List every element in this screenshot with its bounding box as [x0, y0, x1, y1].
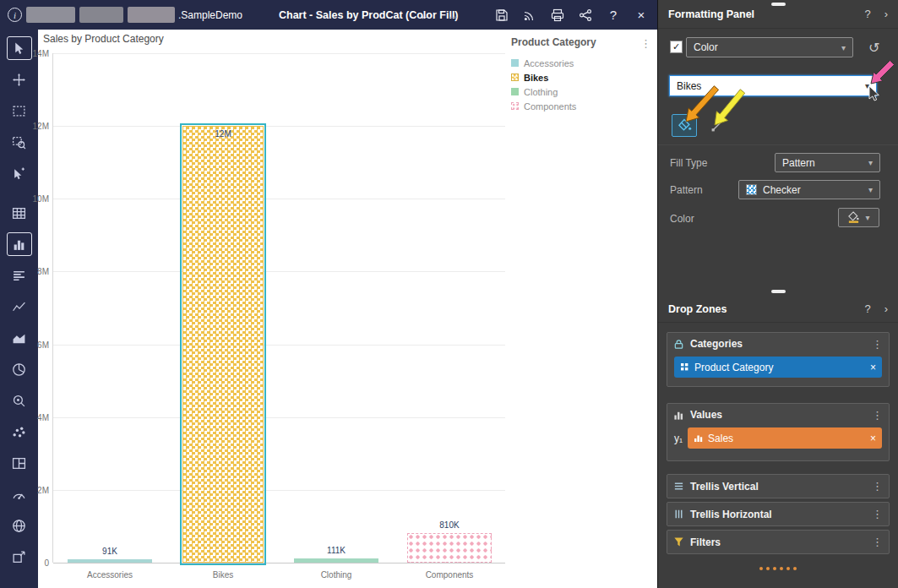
- x-category-label: Bikes: [166, 570, 280, 580]
- pan-tool-icon[interactable]: [7, 68, 32, 91]
- reset-property-icon[interactable]: ↺: [868, 40, 879, 56]
- collapse-panel-icon[interactable]: ›: [884, 302, 888, 315]
- drop-zone-trellis-vertical[interactable]: Trellis Vertical ⋮: [667, 474, 890, 498]
- line-style-button[interactable]: [705, 114, 730, 137]
- print-icon[interactable]: [550, 8, 565, 23]
- zone-menu-icon[interactable]: ⋮: [872, 409, 883, 422]
- x-category-label: Clothing: [280, 570, 393, 580]
- trellis-horizontal-icon: [673, 509, 684, 520]
- property-checkbox[interactable]: ✓: [670, 41, 683, 53]
- drop-zones-header: Drop Zones ?›: [658, 296, 898, 323]
- line-chart-visual-icon[interactable]: [7, 295, 32, 318]
- y-tick: 14M: [18, 49, 49, 58]
- drop-zone-categories[interactable]: Categories ⋮ Product Category ×: [667, 332, 890, 387]
- data-point-select-tool-icon[interactable]: [7, 161, 32, 185]
- back-icon[interactable]: ←: [417, 8, 433, 23]
- pen-line-icon: [710, 118, 725, 133]
- fill-color-picker[interactable]: ▾: [838, 208, 879, 227]
- chart-plot-area: 14M 12M 10M 8M 6M 4M 2M 0 91K 12M 111K 8…: [52, 53, 505, 563]
- gridline: 2M: [53, 490, 505, 491]
- property-dropdown[interactable]: Color ▾: [686, 37, 853, 57]
- bar-value-label: 111K: [280, 546, 393, 555]
- close-icon[interactable]: ×: [634, 8, 649, 23]
- panel-drag-handle[interactable]: [771, 290, 786, 293]
- gridline: 12M: [53, 126, 505, 127]
- checker-pattern-icon: [746, 184, 757, 195]
- legend-item-bikes[interactable]: Bikes: [511, 70, 655, 84]
- y-tick: 12M: [18, 122, 49, 131]
- legend-item-clothing[interactable]: Clothing: [511, 84, 655, 99]
- pattern-dropdown[interactable]: Checker ▾: [738, 180, 880, 199]
- left-toolbar: [0, 30, 38, 588]
- y-tick: 10M: [18, 194, 49, 204]
- pill-product-category[interactable]: Product Category ×: [674, 357, 882, 378]
- gridline: 6M: [53, 345, 505, 346]
- chevron-down-icon: ▾: [841, 43, 846, 52]
- help-icon[interactable]: ?: [864, 8, 870, 20]
- bar-value-label: 12M: [166, 129, 280, 139]
- zone-menu-icon[interactable]: ⋮: [872, 508, 883, 520]
- fill-type-button[interactable]: [672, 114, 697, 137]
- pill-sales[interactable]: Sales ×: [688, 427, 882, 449]
- chevron-down-icon: ▾: [868, 158, 873, 167]
- drop-zone-filters[interactable]: Filters ⋮: [667, 530, 890, 554]
- measure-bars-icon: [694, 433, 703, 443]
- bar-clothing[interactable]: [294, 558, 378, 563]
- legend-item-accessories[interactable]: Accessories: [511, 56, 655, 70]
- series-selector-dropdown[interactable]: Bikes ▾: [669, 75, 877, 96]
- zoom-chart-visual-icon[interactable]: [7, 389, 32, 412]
- save-icon[interactable]: [494, 8, 509, 23]
- table-visual-icon[interactable]: [7, 201, 32, 225]
- treemap-visual-icon[interactable]: [7, 451, 32, 475]
- share-icon[interactable]: [578, 8, 593, 23]
- remove-icon[interactable]: ×: [870, 362, 876, 373]
- topbar-actions: ← → ? ×: [417, 0, 649, 30]
- forward-icon[interactable]: →: [445, 8, 460, 23]
- chart-legend: Product Category ⋮ Accessories Bikes Clo…: [511, 36, 655, 113]
- zone-menu-icon[interactable]: ⋮: [872, 338, 883, 351]
- zone-menu-icon[interactable]: ⋮: [872, 480, 883, 493]
- breadcrumb-context: .SampleDemo: [178, 9, 242, 21]
- legend-menu-icon[interactable]: ⋮: [640, 37, 651, 50]
- pie-chart-visual-icon[interactable]: [7, 357, 32, 381]
- zoom-select-tool-icon[interactable]: [7, 130, 32, 154]
- marquee-select-tool-icon[interactable]: [7, 99, 32, 122]
- legend-item-components[interactable]: Components: [511, 99, 655, 113]
- bar-accessories[interactable]: [68, 559, 152, 563]
- chart-title: Sales by Product Category: [43, 33, 164, 45]
- bar-components[interactable]: [407, 533, 492, 563]
- color-label: Color: [670, 213, 694, 225]
- y-tick: 4M: [18, 413, 49, 422]
- rss-icon[interactable]: [522, 8, 537, 23]
- values-icon: [673, 410, 684, 421]
- y-tick: 8M: [18, 267, 49, 276]
- gridline: 10M: [53, 199, 505, 199]
- collapse-panel-icon[interactable]: ›: [884, 8, 888, 20]
- paint-bucket-icon: [678, 118, 692, 133]
- help-icon[interactable]: ?: [864, 302, 870, 315]
- formatting-panel-header: Formatting Panel ?›: [658, 0, 898, 29]
- scatter-visual-icon[interactable]: [7, 420, 32, 444]
- redacted-text-block: [128, 7, 175, 23]
- more-zones-indicator: [667, 567, 890, 570]
- remove-icon[interactable]: ×: [870, 433, 876, 444]
- legend-title: Product Category: [511, 36, 655, 48]
- info-icon[interactable]: i: [8, 8, 22, 22]
- y-tick: 0: [18, 558, 49, 568]
- divider: [658, 144, 898, 145]
- drop-zone-values[interactable]: Values ⋮ y₁ Sales ×: [667, 403, 890, 461]
- gridline: 8M: [53, 271, 505, 272]
- drop-zone-trellis-horizontal[interactable]: Trellis Horizontal ⋮: [667, 502, 890, 526]
- legend-swatch: [511, 74, 519, 81]
- help-icon[interactable]: ?: [606, 8, 621, 23]
- fill-type-dropdown[interactable]: Pattern ▾: [775, 153, 880, 172]
- zone-menu-icon[interactable]: ⋮: [872, 536, 883, 548]
- chevron-down-icon: ▾: [865, 213, 869, 222]
- bar-chart-visual-icon[interactable]: [7, 232, 32, 256]
- bar-bikes[interactable]: [182, 126, 264, 563]
- redacted-text-block: [26, 7, 75, 23]
- categories-icon: [673, 339, 684, 350]
- x-category-label: Accessories: [53, 570, 166, 580]
- gridline: 4M: [53, 417, 505, 418]
- map-visual-icon[interactable]: [7, 514, 32, 537]
